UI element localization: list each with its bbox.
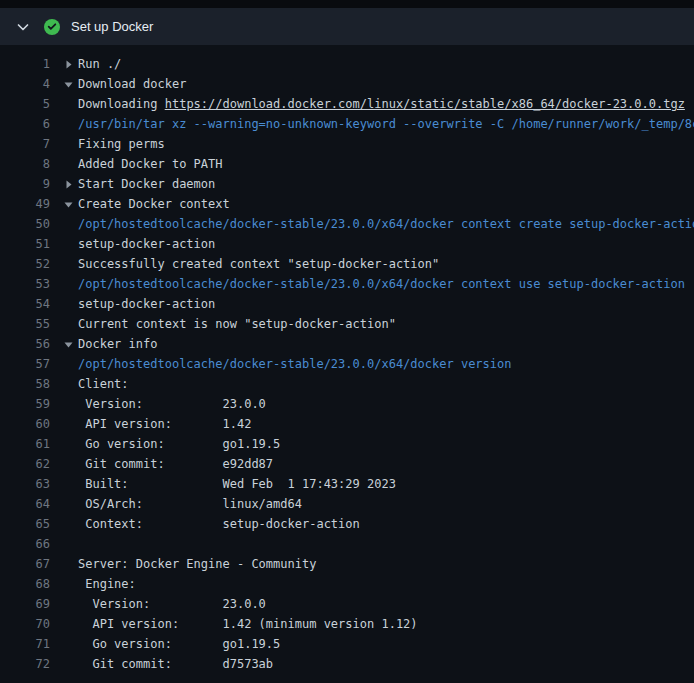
log-text: Successfully created context "setup-dock…	[78, 254, 439, 274]
log-line: 61 Go version: go1.19.5	[0, 434, 694, 454]
line-number[interactable]: 8	[0, 154, 50, 174]
line-number[interactable]: 56	[0, 334, 50, 354]
log-text-prefix: Downloading	[78, 97, 165, 111]
log-line: 57/opt/hostedtoolcache/docker-stable/23.…	[0, 354, 694, 374]
group-title: Download docker	[78, 74, 186, 94]
log-text: Context: setup-docker-action	[78, 514, 360, 534]
log-line[interactable]: 9Start Docker daemon	[0, 174, 694, 194]
line-number[interactable]: 52	[0, 254, 50, 274]
line-number[interactable]: 1	[0, 54, 50, 74]
line-number[interactable]: 4	[0, 74, 50, 94]
line-number[interactable]: 69	[0, 594, 50, 614]
line-number[interactable]: 49	[0, 194, 50, 214]
line-number[interactable]: 6	[0, 114, 50, 134]
log-line: 7Fixing perms	[0, 134, 694, 154]
log-text: Current context is now "setup-docker-act…	[78, 314, 396, 334]
step-header[interactable]: Set up Docker	[0, 8, 694, 45]
log-text: Git commit: e92dd87	[78, 454, 273, 474]
group-expanded-icon[interactable]	[64, 80, 78, 89]
group-title: Create Docker context	[78, 194, 230, 214]
log-text: Version: 23.0.0	[78, 594, 266, 614]
log-line: 70 API version: 1.42 (minimum version 1.…	[0, 614, 694, 634]
line-number[interactable]: 55	[0, 314, 50, 334]
log-text: Server: Docker Engine - Community	[78, 554, 316, 574]
line-number[interactable]: 51	[0, 234, 50, 254]
log-line: 72 Git commit: d7573ab	[0, 654, 694, 674]
command-text: /opt/hostedtoolcache/docker-stable/23.0.…	[78, 354, 511, 374]
line-number[interactable]: 9	[0, 174, 50, 194]
log-line: 51setup-docker-action	[0, 234, 694, 254]
log-line: 71 Go version: go1.19.5	[0, 634, 694, 654]
log-line: 54setup-docker-action	[0, 294, 694, 314]
log-line: 60 API version: 1.42	[0, 414, 694, 434]
log-line: 69 Version: 23.0.0	[0, 594, 694, 614]
log-text: Go version: go1.19.5	[78, 434, 280, 454]
command-text: /opt/hostedtoolcache/docker-stable/23.0.…	[78, 214, 694, 234]
line-number[interactable]: 65	[0, 514, 50, 534]
command-text: /usr/bin/tar xz --warning=no-unknown-key…	[78, 114, 694, 134]
line-number[interactable]: 64	[0, 494, 50, 514]
line-number[interactable]: 67	[0, 554, 50, 574]
group-title: Run ./	[78, 54, 121, 74]
log-line: 67Server: Docker Engine - Community	[0, 554, 694, 574]
log-text: Built: Wed Feb 1 17:43:29 2023	[78, 474, 396, 494]
line-number[interactable]: 66	[0, 534, 50, 554]
log-line[interactable]: 56Docker info	[0, 334, 694, 354]
log-line[interactable]: 1Run ./	[0, 54, 694, 74]
log-text: setup-docker-action	[78, 294, 215, 314]
group-expanded-icon[interactable]	[64, 200, 78, 209]
log-text: Added Docker to PATH	[78, 154, 223, 174]
log-link[interactable]: https://download.docker.com/linux/static…	[165, 97, 685, 111]
line-number[interactable]: 60	[0, 414, 50, 434]
log-line: 68 Engine:	[0, 574, 694, 594]
log-line: 50/opt/hostedtoolcache/docker-stable/23.…	[0, 214, 694, 234]
line-number[interactable]: 71	[0, 634, 50, 654]
log: 1Run ./4Download docker5Downloading http…	[0, 45, 694, 674]
line-number[interactable]: 68	[0, 574, 50, 594]
log-line: 59 Version: 23.0.0	[0, 394, 694, 414]
log-line: 63 Built: Wed Feb 1 17:43:29 2023	[0, 474, 694, 494]
actions-log-viewer: Set up Docker 1Run ./4Download docker5Do…	[0, 0, 694, 674]
group-collapsed-icon[interactable]	[64, 60, 78, 69]
line-number[interactable]: 57	[0, 354, 50, 374]
log-text: Engine:	[78, 574, 136, 594]
line-number[interactable]: 7	[0, 134, 50, 154]
step-title: Set up Docker	[71, 19, 153, 34]
line-number[interactable]: 54	[0, 294, 50, 314]
line-number[interactable]: 62	[0, 454, 50, 474]
log-text: Git commit: d7573ab	[78, 654, 273, 674]
log-text: Version: 23.0.0	[78, 394, 266, 414]
line-number[interactable]: 70	[0, 614, 50, 634]
line-number[interactable]: 59	[0, 394, 50, 414]
log-line: 5Downloading https://download.docker.com…	[0, 94, 694, 114]
line-number[interactable]: 5	[0, 94, 50, 114]
log-line[interactable]: 49Create Docker context	[0, 194, 694, 214]
log-text: OS/Arch: linux/amd64	[78, 494, 302, 514]
log-text: API version: 1.42 (minimum version 1.12)	[78, 614, 418, 634]
log-line: 6/usr/bin/tar xz --warning=no-unknown-ke…	[0, 114, 694, 134]
log-line: 55Current context is now "setup-docker-a…	[0, 314, 694, 334]
log-line: 58Client:	[0, 374, 694, 394]
line-number[interactable]: 50	[0, 214, 50, 234]
group-collapsed-icon[interactable]	[64, 180, 78, 189]
log-text: Fixing perms	[78, 134, 165, 154]
command-text: /opt/hostedtoolcache/docker-stable/23.0.…	[78, 274, 685, 294]
log-text: Go version: go1.19.5	[78, 634, 280, 654]
log-line[interactable]: 4Download docker	[0, 74, 694, 94]
log-line: 64 OS/Arch: linux/amd64	[0, 494, 694, 514]
group-title: Start Docker daemon	[78, 174, 215, 194]
log-line: 65 Context: setup-docker-action	[0, 514, 694, 534]
log-line: 53/opt/hostedtoolcache/docker-stable/23.…	[0, 274, 694, 294]
line-number[interactable]: 61	[0, 434, 50, 454]
log-line: 52Successfully created context "setup-do…	[0, 254, 694, 274]
log-text: API version: 1.42	[78, 414, 251, 434]
line-number[interactable]: 53	[0, 274, 50, 294]
line-number[interactable]: 58	[0, 374, 50, 394]
group-expanded-icon[interactable]	[64, 340, 78, 349]
line-number[interactable]: 63	[0, 474, 50, 494]
chevron-down-icon[interactable]	[15, 19, 31, 35]
line-number[interactable]: 72	[0, 654, 50, 674]
log-text: Downloading https://download.docker.com/…	[78, 94, 685, 114]
log-text: Client:	[78, 374, 129, 394]
log-line: 66	[0, 534, 694, 554]
